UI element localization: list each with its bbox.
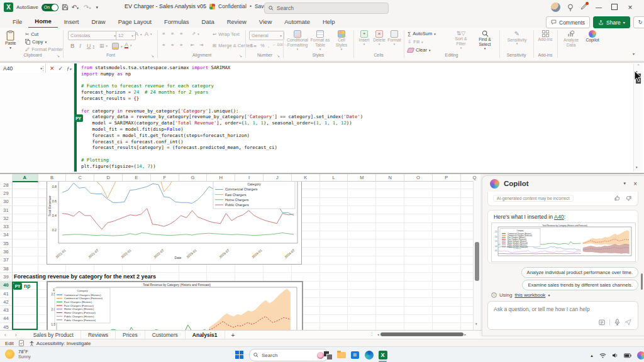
- comma-style-button[interactable]: ,: [268, 43, 269, 48]
- align-left-button[interactable]: ≡: [162, 42, 165, 48]
- confirm-entry-icon[interactable]: ✓: [58, 65, 64, 72]
- taskbar-weather-widget[interactable]: 78°F Sunny: [5, 349, 31, 359]
- wifi-icon[interactable]: [599, 353, 606, 358]
- copy-button[interactable]: Copy▾: [25, 39, 47, 45]
- catch-up-button[interactable]: ↻ Catch up: [633, 16, 644, 28]
- row-header-38[interactable]: 38: [0, 265, 13, 273]
- number-dialog-launcher-icon[interactable]: ↘: [277, 53, 280, 58]
- copilot-close-icon[interactable]: ×: [633, 180, 637, 187]
- collapse-ribbon-icon[interactable]: ▾: [633, 52, 635, 56]
- autosum-button[interactable]: ∑AutoSum▾: [408, 31, 436, 36]
- row-header-28[interactable]: 28: [0, 181, 13, 189]
- sheet-nav-next-icon[interactable]: ›: [11, 332, 21, 338]
- thumbs-down-icon[interactable]: [626, 195, 631, 201]
- percent-style-button[interactable]: %: [260, 43, 265, 48]
- close-button[interactable]: ×: [626, 3, 635, 12]
- row-header-32[interactable]: 32: [0, 214, 13, 222]
- column-header-J[interactable]: J: [264, 174, 292, 182]
- ribbon-tab-review[interactable]: Review: [221, 15, 253, 28]
- copilot-suggestion-2[interactable]: Examine sales trends by different sales …: [522, 280, 638, 290]
- prompt-library-icon[interactable]: [599, 319, 605, 326]
- row-header-37[interactable]: 37: [0, 256, 13, 265]
- volume-icon[interactable]: [612, 353, 618, 358]
- row-header-35[interactable]: 35: [0, 239, 13, 248]
- decrease-indent-button[interactable]: ⇤: [191, 42, 194, 48]
- shrink-font-button[interactable]: A▾: [145, 31, 152, 37]
- cell-styles-button[interactable]: Cell Styles▾: [332, 30, 351, 51]
- ribbon-tab-formulas[interactable]: Formulas: [158, 15, 196, 28]
- share-button[interactable]: Share▾: [593, 16, 630, 28]
- row-header-45[interactable]: 45: [0, 323, 13, 330]
- column-header-N[interactable]: N: [376, 174, 404, 182]
- bold-button[interactable]: B: [70, 43, 75, 49]
- ribbon-tab-automate[interactable]: Automate: [278, 15, 316, 28]
- sensitivity-button[interactable]: ✎ Sensitivity▾: [504, 30, 530, 46]
- inserted-cell-link[interactable]: A40: [554, 214, 564, 220]
- column-header-P[interactable]: P: [433, 174, 461, 182]
- active-cell-selection[interactable]: [12, 282, 38, 330]
- name-box[interactable]: A40 ▾: [0, 63, 46, 74]
- add-sheet-button[interactable]: +: [225, 332, 242, 339]
- start-button[interactable]: [234, 349, 245, 360]
- undo-icon[interactable]: ↶▾: [72, 4, 79, 11]
- ribbon-tab-home[interactable]: Home: [28, 14, 57, 28]
- chart-historic-revenue[interactable]: 0.80.60.40.22021-012021-072022-012022-07…: [47, 174, 302, 265]
- cut-button[interactable]: ✂Cut: [25, 31, 38, 37]
- analyze-data-button[interactable]: Analyze Data: [561, 30, 581, 48]
- sheet-tab-prices[interactable]: Prices: [116, 331, 145, 339]
- copilot-suggestion-1[interactable]: Analyze individual product performance o…: [521, 267, 638, 278]
- font-dialog-launcher-icon[interactable]: ↘: [151, 53, 154, 58]
- column-header-C[interactable]: C: [66, 174, 94, 182]
- chart-forecast-revenue[interactable]: 2.52.01.51.00.5Total Revenue by Category…: [47, 281, 303, 330]
- ribbon-tab-help[interactable]: Help: [316, 15, 341, 28]
- row-header-41[interactable]: 41: [0, 290, 13, 298]
- python-code-editor[interactable]: PY from statsmodels.tsa.statespace.sarim…: [74, 63, 633, 172]
- python-code[interactable]: from statsmodels.tsa.statespace.sarimax …: [81, 65, 363, 170]
- font-family-combo[interactable]: Consolas▾: [68, 31, 118, 40]
- column-header-G[interactable]: G: [179, 174, 208, 182]
- send-icon[interactable]: [625, 319, 631, 326]
- accounting-format-button[interactable]: $▾: [250, 43, 257, 48]
- sheet-tab-customers[interactable]: Customers: [145, 331, 186, 339]
- format-as-table-button[interactable]: Format as Table▾: [309, 30, 331, 51]
- quick-access-more-icon[interactable]: ▾: [96, 5, 99, 10]
- align-center-button[interactable]: ≡: [171, 42, 174, 48]
- redo-icon[interactable]: ↷▾: [84, 4, 91, 11]
- column-header-K[interactable]: K: [292, 174, 320, 182]
- addins-button[interactable]: Add-ins: [536, 30, 555, 42]
- ribbon-tab-view[interactable]: View: [253, 15, 278, 28]
- grow-font-button[interactable]: A▴: [135, 31, 142, 37]
- column-header-H[interactable]: H: [207, 174, 235, 182]
- fill-color-button[interactable]: ▾: [112, 43, 123, 50]
- tab-bar-splitter-icon[interactable]: ⋮: [370, 331, 374, 336]
- column-header-L[interactable]: L: [320, 174, 348, 182]
- sheet-nav-prev-icon[interactable]: ‹: [0, 332, 11, 338]
- save-icon[interactable]: [62, 4, 69, 11]
- microphone-icon[interactable]: [614, 319, 620, 326]
- sensitivity-label[interactable]: Confidential: [218, 3, 247, 9]
- inserted-chart-preview[interactable]: 2.52.01.51.00.5Total Revenue by Category…: [491, 222, 636, 262]
- taskbar-search-box[interactable]: Search: [249, 349, 328, 361]
- column-header-I[interactable]: I: [235, 174, 264, 182]
- borders-button[interactable]: ⊞▾: [99, 43, 108, 49]
- column-header-O[interactable]: O: [404, 174, 433, 182]
- row-header-36[interactable]: 36: [0, 248, 13, 256]
- column-header-F[interactable]: F: [151, 174, 179, 182]
- file-explorer-button[interactable]: [336, 349, 347, 360]
- row-header-44[interactable]: 44: [0, 315, 13, 323]
- formula-options-icon[interactable]: ⋮: [40, 65, 46, 72]
- row-header-43[interactable]: 43: [0, 307, 13, 315]
- row-header-42[interactable]: 42: [0, 298, 13, 306]
- increase-indent-button[interactable]: ⇥: [199, 42, 203, 48]
- insert-cells-button[interactable]: + Insert▾: [357, 30, 371, 47]
- column-header-B[interactable]: B: [38, 174, 67, 182]
- conditional-formatting-button[interactable]: Conditional Formatting▾: [287, 30, 308, 51]
- align-top-button[interactable]: ≡: [162, 31, 165, 36]
- column-header-M[interactable]: M: [348, 174, 376, 182]
- ribbon-tab-data[interactable]: Data: [196, 15, 221, 28]
- merge-center-button[interactable]: ⊞Merge & Center▾: [213, 43, 255, 48]
- user-avatar[interactable]: [551, 3, 560, 12]
- delete-cells-button[interactable]: × Delete▾: [372, 30, 386, 47]
- copilot-context-row[interactable]: i Using this workbook ▾: [491, 292, 550, 298]
- ribbon-copilot-button[interactable]: Copilot: [584, 30, 601, 43]
